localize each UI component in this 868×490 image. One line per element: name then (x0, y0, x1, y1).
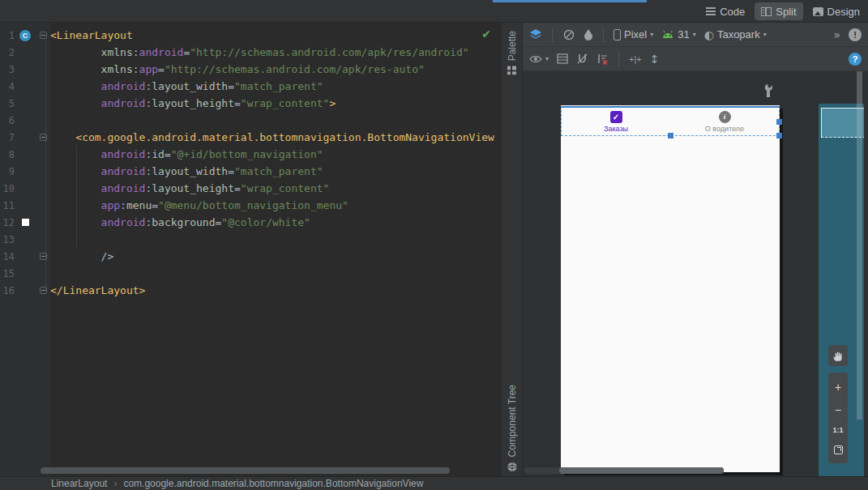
tab-code[interactable]: Code (699, 2, 751, 20)
code-line[interactable]: 1C<LinearLayout (0, 27, 501, 44)
code-text[interactable]: android:layout_width="match_parent" (50, 165, 501, 177)
help-button[interactable]: ? (849, 53, 862, 66)
theme-selector[interactable]: ◐ Taxopark ▾ (704, 28, 767, 41)
night-mode-button[interactable] (562, 28, 575, 41)
line-number[interactable]: 10 (0, 183, 15, 194)
zoom-controls: + − 1:1 (828, 373, 848, 463)
code-line[interactable]: 15 (0, 265, 501, 282)
nav-item-orders[interactable]: ✓ Заказы (562, 108, 670, 135)
view-options-button[interactable]: ▾ (529, 54, 549, 64)
autoconnect-off-button[interactable] (576, 53, 588, 65)
code-text[interactable]: xmlns:app="http://schemas.android.com/ap… (50, 63, 501, 75)
line-number[interactable]: 15 (0, 268, 15, 279)
fold-marker-icon[interactable] (40, 253, 47, 260)
selection-handle-right-center[interactable] (776, 119, 782, 125)
line-number[interactable]: 6 (0, 115, 15, 126)
expand-vertical-button[interactable]: ↕ (650, 53, 660, 66)
pack-horizontal-button[interactable]: +|+ (629, 54, 642, 64)
line-number[interactable]: 5 (0, 98, 15, 109)
overflow-button[interactable]: » (833, 28, 840, 41)
code-line[interactable]: 8 android:id="@+id/bottom_navigation" (0, 146, 501, 163)
code-line[interactable]: 14 /> (0, 248, 501, 265)
breadcrumb-bottomnavigationview[interactable]: com.google.android.material.bottomnaviga… (123, 478, 423, 489)
api-level-selector[interactable]: 31 ▾ (661, 28, 695, 40)
code-text[interactable]: <LinearLayout (50, 29, 501, 41)
phone-icon (614, 29, 621, 40)
code-line[interactable]: 9 android:layout_width="match_parent" (0, 163, 501, 180)
bottom-navigation-view-selected[interactable]: ✓ Заказы i О водителе (561, 106, 780, 136)
fold-marker-icon[interactable] (40, 32, 47, 39)
device-selector[interactable]: Pixel ▾ (614, 28, 653, 40)
issues-panel-button[interactable]: ! (849, 28, 862, 41)
pan-button[interactable] (828, 345, 848, 366)
fold-marker-icon[interactable] (40, 287, 47, 294)
code-line[interactable]: 16</LinearLayout> (0, 282, 501, 299)
code-line[interactable]: 6 (0, 112, 501, 129)
main-area: 1C<LinearLayout2 xmlns:android="http://s… (0, 23, 868, 476)
code-line[interactable]: 2 xmlns:android="http://schemas.android.… (0, 44, 501, 61)
render-fix-wrench-icon[interactable] (763, 84, 774, 101)
system-ui-button[interactable] (557, 53, 568, 64)
zoom-in-button[interactable]: + (835, 381, 841, 393)
code-text[interactable]: xmlns:android="http://schemas.android.co… (50, 46, 501, 58)
selection-handle-bottom-right[interactable] (776, 133, 782, 138)
line-number[interactable]: 9 (0, 166, 15, 177)
selection-handle-bottom-center[interactable] (668, 133, 673, 138)
clear-constraints-button[interactable] (596, 53, 609, 65)
tab-code-label: Code (720, 6, 745, 18)
color-white-swatch[interactable] (22, 219, 29, 226)
code-text[interactable]: android:id="@+id/bottom_navigation" (50, 148, 501, 160)
info-icon: i (719, 111, 731, 123)
line-number[interactable]: 3 (0, 64, 15, 75)
device-preview-canvas[interactable]: ✓ Заказы i О водителе (561, 105, 780, 472)
line-number[interactable]: 11 (0, 200, 15, 211)
code-line[interactable]: 4 android:layout_width="match_parent" (0, 78, 501, 95)
code-line[interactable]: 3 xmlns:app="http://schemas.android.com/… (0, 61, 501, 78)
zoom-to-fit-button[interactable] (834, 445, 843, 454)
code-text[interactable]: android:layout_height="wrap_content"> (50, 97, 501, 109)
code-text[interactable]: android:background="@color/white" (50, 216, 501, 228)
palette-tab[interactable]: Palette (507, 31, 518, 75)
tab-design[interactable]: Design (806, 2, 866, 20)
code-text[interactable]: app:menu="@menu/bottom_navigation_menu" (50, 199, 501, 211)
zoom-actual-size-button[interactable]: 1:1 (832, 427, 843, 434)
code-line[interactable]: 7 <com.google.android.material.bottomnav… (0, 129, 501, 146)
design-surface[interactable]: ✓ Заказы i О водителе (523, 71, 868, 476)
theme-paint-button[interactable] (584, 28, 593, 40)
code-text[interactable]: /> (50, 250, 501, 262)
code-text[interactable]: android:layout_height="wrap_content" (50, 182, 501, 194)
line-number[interactable]: 13 (0, 234, 15, 245)
code-text[interactable]: android:layout_width="match_parent" (50, 80, 501, 92)
line-number[interactable]: 7 (0, 132, 15, 143)
component-tree-tab[interactable]: Component Tree (507, 385, 518, 471)
bookmark-c-badge[interactable]: C (19, 30, 31, 41)
code-line[interactable]: 10 android:layout_height="wrap_content" (0, 180, 501, 197)
code-horizontal-scrollbar[interactable] (41, 467, 450, 474)
line-number[interactable]: 1 (0, 30, 15, 41)
code-line[interactable]: 12 android:background="@color/white" (0, 214, 501, 231)
code-line[interactable]: 13 (0, 231, 501, 248)
zoom-out-button[interactable]: − (835, 404, 841, 415)
contrast-icon: ◐ (704, 28, 714, 41)
line-number[interactable]: 4 (0, 81, 15, 92)
code-editor-pane[interactable]: 1C<LinearLayout2 xmlns:android="http://s… (0, 23, 501, 476)
nav-item-driver[interactable]: i О водителе (670, 108, 779, 135)
surface-hscroll-thumb[interactable] (559, 467, 724, 474)
gutter-icon-slot: C (15, 30, 36, 41)
line-number[interactable]: 8 (0, 149, 15, 160)
code-line[interactable]: 5 android:layout_height="wrap_content"> (0, 95, 501, 112)
inspection-ok-icon[interactable]: ✔ (481, 28, 491, 40)
surface-vertical-scrollbar[interactable] (857, 71, 862, 420)
breadcrumb-linearlayout[interactable]: LinearLayout (51, 478, 107, 489)
fold-marker-icon[interactable] (40, 134, 47, 141)
tab-split[interactable]: Split (755, 2, 802, 20)
code-line[interactable]: 11 app:menu="@menu/bottom_navigation_men… (0, 197, 501, 214)
line-number[interactable]: 2 (0, 47, 15, 58)
code-text[interactable]: <com.google.android.material.bottomnavig… (50, 131, 501, 143)
line-number[interactable]: 16 (0, 285, 15, 296)
line-number[interactable]: 12 (0, 217, 15, 228)
chevron-down-icon: ▾ (545, 55, 549, 62)
code-text[interactable]: </LinearLayout> (50, 284, 501, 296)
line-number[interactable]: 14 (0, 251, 15, 262)
surface-mode-button[interactable] (529, 29, 542, 40)
